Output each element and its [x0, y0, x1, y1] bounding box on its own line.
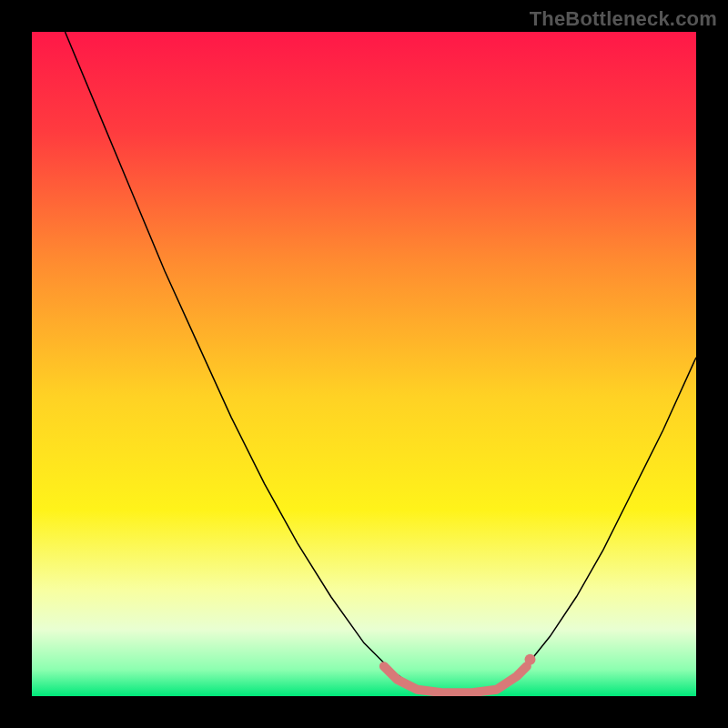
watermark-text: TheBottleneck.com: [530, 7, 717, 31]
chart-svg: [32, 32, 696, 696]
marker-point: [525, 654, 536, 665]
marker-layer: [525, 654, 536, 665]
plot-area: [32, 32, 696, 696]
gradient-background: [32, 32, 696, 696]
chart-frame: TheBottleneck.com: [0, 0, 728, 728]
